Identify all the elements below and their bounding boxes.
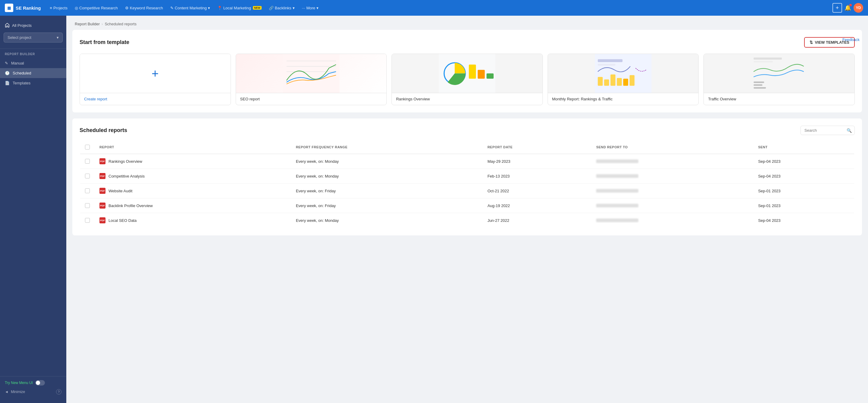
svg-rect-11 <box>598 64 615 66</box>
pdf-icon: PDF <box>99 158 105 164</box>
sidebar-item-scheduled[interactable]: 🕐 Scheduled <box>0 68 66 78</box>
svg-rect-10 <box>598 59 622 62</box>
nav-backlinks[interactable]: 🔗 Backlinks ▾ <box>266 4 298 12</box>
sidebar-item-templates[interactable]: 📄 Templates <box>0 78 66 88</box>
row-2-checkbox[interactable] <box>85 174 90 179</box>
feedback-link[interactable]: Feedback <box>842 37 860 42</box>
blurred-email <box>596 219 638 222</box>
help-icon: ? <box>56 389 61 395</box>
svg-rect-13 <box>604 79 609 86</box>
create-card-image: + <box>80 54 230 93</box>
breadcrumb-separator: › <box>101 22 103 26</box>
templates-icon: 📄 <box>5 81 10 85</box>
row-2-freq: Every week, on: Monday <box>291 169 483 184</box>
search-wrap: 🔍 <box>801 126 855 135</box>
row-5-checkbox[interactable] <box>85 218 90 223</box>
pdf-icon: PDF <box>99 203 105 209</box>
row-5-freq: Every week, on: Monday <box>291 213 483 228</box>
row-4-name-cell: PDF Backlink Profile Overview <box>95 198 291 213</box>
row-4-date: Aug-19 2022 <box>483 198 591 213</box>
nav-local-marketing[interactable]: 📍 Local Marketing NEW <box>214 4 265 12</box>
main-content: Report Builder › Scheduled reports Feedb… <box>66 16 868 403</box>
svg-rect-14 <box>610 74 615 86</box>
template-card-seo[interactable]: SEO report <box>236 54 387 105</box>
main-layout: All Projects Select project ▾ REPORT BUI… <box>0 16 868 403</box>
user-avatar[interactable]: YD <box>854 3 863 13</box>
template-section-title: Start from template <box>80 39 129 45</box>
row-4-sent: Sep-01 2023 <box>753 198 855 213</box>
row-4-checkbox[interactable] <box>85 203 90 208</box>
template-card-rankings[interactable]: Rankings Overview <box>392 54 543 105</box>
monthly-card-image <box>548 54 699 93</box>
manual-icon: ✎ <box>5 61 8 65</box>
row-3-freq: Every week, on: Friday <box>291 184 483 198</box>
content-wrap: Report Builder › Scheduled reports Feedb… <box>66 16 868 236</box>
col-report: REPORT <box>95 140 291 154</box>
col-send-to: SEND REPORT TO <box>591 140 753 154</box>
seo-chart-preview <box>236 54 387 93</box>
row-2-name-cell: PDF Competitive Analysis <box>95 169 291 184</box>
row-2-email <box>591 169 753 184</box>
blurred-email <box>596 204 638 207</box>
row-3-checkbox[interactable] <box>85 188 90 193</box>
table-body: PDF Rankings Overview Every week, on: Mo… <box>80 154 855 228</box>
row-1-name-cell: PDF Rankings Overview <box>95 154 291 169</box>
nav-right-actions: + 🔔 YD <box>832 3 863 13</box>
table-row: PDF Rankings Overview Every week, on: Mo… <box>80 154 855 169</box>
all-projects-link[interactable]: All Projects <box>0 21 66 30</box>
svg-rect-18 <box>751 54 807 93</box>
notification-bell[interactable]: 🔔 <box>844 4 851 11</box>
template-section-header: Start from template ⇅ VIEW TEMPLATES <box>80 37 855 48</box>
nav-more[interactable]: ··· More ▾ <box>299 4 321 12</box>
svg-rect-6 <box>469 64 476 79</box>
minimize-row[interactable]: ◄ Minimize ? <box>5 389 61 395</box>
row-5-email <box>591 213 753 228</box>
svg-rect-15 <box>617 78 621 86</box>
notification-dot <box>849 4 852 6</box>
template-cards-row: + Create report <box>80 54 855 105</box>
row-1-checkbox[interactable] <box>85 159 90 164</box>
template-card-create[interactable]: + Create report <box>80 54 231 105</box>
row-5-date: Jun-27 2022 <box>483 213 591 228</box>
table-header-checkbox <box>80 140 95 154</box>
col-frequency: REPORT FREQUENCY RANGE <box>291 140 483 154</box>
col-date: REPORT DATE <box>483 140 591 154</box>
sidebar-item-manual[interactable]: ✎ Manual <box>0 58 66 68</box>
traffic-chart-preview <box>704 54 855 93</box>
toggle-knob <box>36 381 40 385</box>
minimize-icon: ◄ <box>5 390 8 394</box>
select-all-checkbox[interactable] <box>85 145 90 150</box>
report-name-wrap: PDF Competitive Analysis <box>99 173 286 179</box>
pdf-icon: PDF <box>99 173 105 179</box>
blurred-email <box>596 189 638 193</box>
table-header: REPORT REPORT FREQUENCY RANGE REPORT DAT… <box>80 140 855 154</box>
blurred-email <box>596 174 638 178</box>
sort-icon: ⇅ <box>809 40 813 44</box>
table-row: PDF Website Audit Every week, on: Friday… <box>80 184 855 198</box>
logo-icon: ▦ <box>5 4 13 12</box>
svg-rect-19 <box>754 58 782 60</box>
project-select[interactable]: Select project ▾ <box>4 33 63 42</box>
svg-rect-8 <box>487 73 493 79</box>
traffic-card-image <box>704 54 855 93</box>
monthly-card-label: Monthly Report: Rankings & Traffic <box>548 93 699 105</box>
nav-projects[interactable]: ≡ Projects <box>47 4 70 12</box>
table-row: PDF Competitive Analysis Every week, on:… <box>80 169 855 184</box>
app-logo[interactable]: ▦ SE Ranking <box>5 4 41 12</box>
add-button[interactable]: + <box>832 3 842 13</box>
nav-competitive-research[interactable]: ◎ Competitive Research <box>72 4 121 12</box>
rankings-chart-preview <box>392 54 542 93</box>
svg-rect-21 <box>754 82 764 83</box>
template-card-traffic[interactable]: Traffic Overview <box>704 54 855 105</box>
try-new-toggle[interactable] <box>35 380 45 385</box>
report-name-wrap: PDF Rankings Overview <box>99 158 286 164</box>
monthly-chart-preview <box>548 54 699 93</box>
try-new-menu-row: Try New Menu UI <box>5 380 61 385</box>
row-1-sent: Sep-04 2023 <box>753 154 855 169</box>
scheduled-icon: 🕐 <box>5 71 10 75</box>
nav-content-marketing[interactable]: ✎ Content Marketing ▾ <box>167 4 213 12</box>
nav-keyword-research[interactable]: ⚙ Keyword Research <box>122 4 166 12</box>
template-card-monthly[interactable]: Monthly Report: Rankings & Traffic <box>548 54 699 105</box>
breadcrumb: Report Builder › Scheduled reports <box>66 16 868 30</box>
breadcrumb-report-builder[interactable]: Report Builder <box>75 22 100 26</box>
